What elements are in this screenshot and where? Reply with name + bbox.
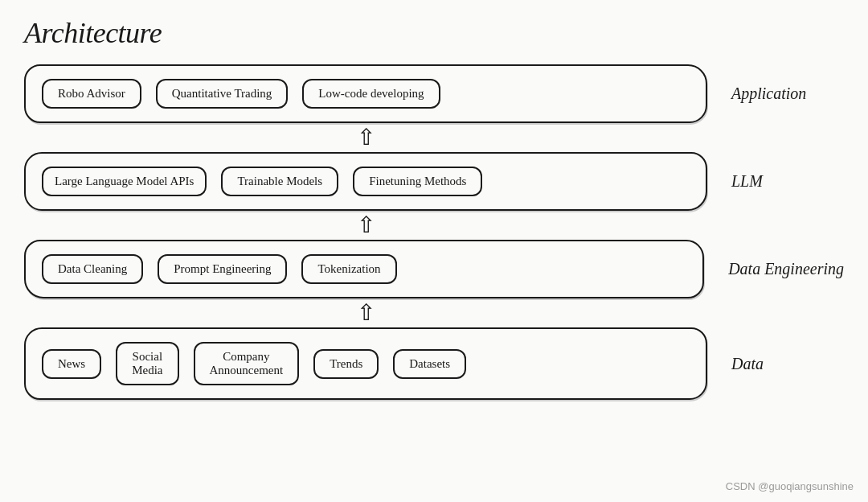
arrow-3: ⇧	[357, 298, 375, 327]
arrow-2: ⇧	[357, 211, 375, 240]
data-layer-box: News Social Media Company Announcement T…	[24, 327, 707, 400]
arrow-symbol-3: ⇧	[357, 302, 375, 324]
chip-trends: Trends	[313, 349, 379, 379]
data-eng-label: Data Engineering	[728, 260, 844, 278]
chip-prompt-engineering: Prompt Engineering	[158, 254, 287, 284]
data-eng-layer-box: Data Cleaning Prompt Engineering Tokeniz…	[24, 240, 704, 298]
chip-social-media: Social Media	[116, 342, 178, 385]
chip-tokenization: Tokenization	[301, 254, 396, 284]
llm-layer-box: Large Language Model APIs Trainable Mode…	[24, 152, 707, 211]
data-eng-layer-row: Data Cleaning Prompt Engineering Tokeniz…	[24, 240, 844, 298]
arrow-1: ⇧	[357, 123, 375, 152]
page-title: Architecture	[24, 16, 844, 50]
chip-finetuning: Finetuning Methods	[353, 167, 482, 196]
watermark: CSDN @guoqiangsunshine	[726, 480, 854, 492]
chip-data-cleaning: Data Cleaning	[42, 254, 143, 284]
application-layer-box: Robo Advisor Quantitative Trading Low-co…	[24, 64, 707, 123]
application-label: Application	[731, 84, 844, 103]
chip-datasets: Datasets	[393, 349, 466, 379]
llm-layer-row: Large Language Model APIs Trainable Mode…	[24, 152, 844, 211]
chip-llm-apis: Large Language Model APIs	[42, 167, 207, 196]
page: Architecture Robo Advisor Quantitative T…	[0, 0, 868, 502]
chip-quantitative-trading: Quantitative Trading	[156, 79, 289, 109]
chip-robo-advisor: Robo Advisor	[42, 79, 141, 109]
application-layer-row: Robo Advisor Quantitative Trading Low-co…	[24, 64, 844, 123]
data-layer-row: News Social Media Company Announcement T…	[24, 327, 844, 400]
chip-low-code: Low-code developing	[302, 79, 440, 109]
architecture-diagram: Robo Advisor Quantitative Trading Low-co…	[24, 64, 844, 400]
arrow-symbol-2: ⇧	[357, 214, 375, 237]
llm-label: LLM	[731, 172, 844, 191]
chip-trainable-models: Trainable Models	[221, 167, 338, 196]
data-label: Data	[731, 355, 844, 373]
chip-company-announcement: Company Announcement	[194, 342, 300, 385]
arrow-symbol-1: ⇧	[357, 126, 375, 149]
chip-news: News	[42, 349, 101, 379]
